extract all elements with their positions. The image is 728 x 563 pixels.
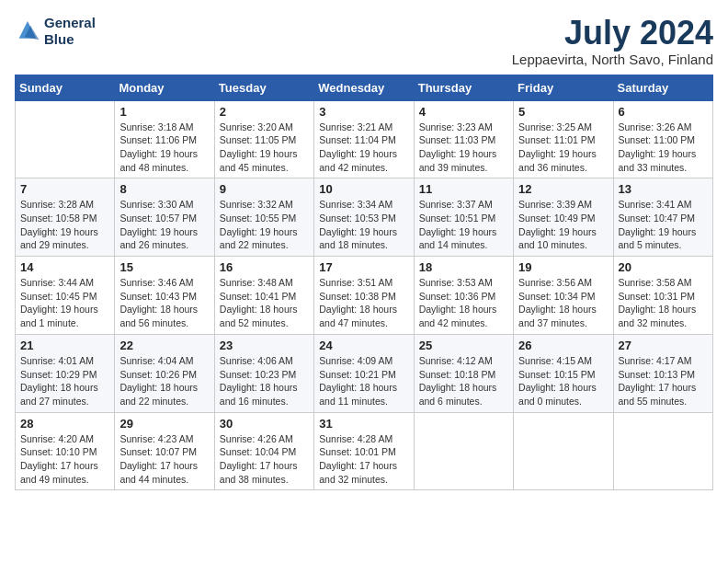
day-number: 6 bbox=[619, 105, 708, 119]
weekday-header-friday: Friday bbox=[514, 75, 613, 100]
month-title: July 2024 bbox=[512, 15, 713, 52]
calendar-cell: 28Sunrise: 4:20 AMSunset: 10:10 PMDaylig… bbox=[16, 412, 115, 490]
day-info: Sunrise: 4:23 AMSunset: 10:07 PMDaylight… bbox=[119, 432, 209, 487]
day-number: 22 bbox=[119, 339, 209, 352]
day-number: 15 bbox=[119, 260, 209, 274]
day-info: Sunrise: 3:20 AMSunset: 11:05 PMDaylight… bbox=[220, 121, 309, 175]
day-info: Sunrise: 3:34 AMSunset: 10:53 PMDaylight… bbox=[319, 198, 408, 252]
calendar-week-row: 14Sunrise: 3:44 AMSunset: 10:45 PMDaylig… bbox=[16, 257, 713, 335]
calendar-week-row: 21Sunrise: 4:01 AMSunset: 10:29 PMDaylig… bbox=[16, 334, 713, 412]
calendar-cell: 27Sunrise: 4:17 AMSunset: 10:13 PMDaylig… bbox=[613, 334, 712, 412]
day-info: Sunrise: 4:15 AMSunset: 10:15 PMDaylight… bbox=[518, 354, 608, 408]
calendar-cell: 26Sunrise: 4:15 AMSunset: 10:15 PMDaylig… bbox=[514, 334, 613, 412]
calendar-cell: 1Sunrise: 3:18 AMSunset: 11:06 PMDayligh… bbox=[115, 100, 214, 178]
calendar-week-row: 28Sunrise: 4:20 AMSunset: 10:10 PMDaylig… bbox=[16, 412, 713, 490]
day-info: Sunrise: 3:44 AMSunset: 10:45 PMDaylight… bbox=[20, 276, 109, 330]
calendar-cell bbox=[514, 412, 613, 490]
calendar-cell: 31Sunrise: 4:28 AMSunset: 10:01 PMDaylig… bbox=[314, 412, 414, 490]
day-number: 13 bbox=[619, 182, 708, 196]
day-number: 7 bbox=[20, 182, 109, 196]
calendar-cell: 8Sunrise: 3:30 AMSunset: 10:57 PMDayligh… bbox=[115, 178, 214, 257]
calendar-cell: 15Sunrise: 3:46 AMSunset: 10:43 PMDaylig… bbox=[115, 257, 214, 335]
calendar-cell: 3Sunrise: 3:21 AMSunset: 11:04 PMDayligh… bbox=[314, 100, 414, 178]
page-header: General Blue July 2024 Leppaevirta, Nort… bbox=[15, 15, 713, 67]
logo-icon bbox=[15, 18, 40, 44]
day-info: Sunrise: 3:28 AMSunset: 10:58 PMDaylight… bbox=[20, 198, 109, 252]
calendar-cell: 17Sunrise: 3:51 AMSunset: 10:38 PMDaylig… bbox=[314, 257, 414, 335]
day-number: 20 bbox=[619, 260, 708, 274]
day-number: 26 bbox=[518, 339, 608, 352]
title-block: July 2024 Leppaevirta, North Savo, Finla… bbox=[512, 15, 713, 67]
calendar-cell: 11Sunrise: 3:37 AMSunset: 10:51 PMDaylig… bbox=[414, 178, 513, 257]
calendar-cell: 14Sunrise: 3:44 AMSunset: 10:45 PMDaylig… bbox=[16, 257, 115, 335]
day-info: Sunrise: 4:04 AMSunset: 10:26 PMDaylight… bbox=[119, 354, 209, 408]
calendar-cell: 16Sunrise: 3:48 AMSunset: 10:41 PMDaylig… bbox=[214, 257, 313, 335]
day-number: 29 bbox=[119, 417, 209, 431]
weekday-header-monday: Monday bbox=[115, 75, 214, 100]
calendar-cell: 25Sunrise: 4:12 AMSunset: 10:18 PMDaylig… bbox=[414, 334, 513, 412]
calendar-cell: 22Sunrise: 4:04 AMSunset: 10:26 PMDaylig… bbox=[115, 334, 214, 412]
day-number: 30 bbox=[220, 417, 309, 431]
calendar-cell: 4Sunrise: 3:23 AMSunset: 11:03 PMDayligh… bbox=[414, 100, 513, 178]
weekday-header-thursday: Thursday bbox=[414, 75, 513, 100]
logo-text: General Blue bbox=[44, 15, 96, 48]
day-number: 1 bbox=[119, 105, 209, 119]
calendar-cell: 9Sunrise: 3:32 AMSunset: 10:55 PMDayligh… bbox=[214, 178, 313, 257]
calendar-cell: 12Sunrise: 3:39 AMSunset: 10:49 PMDaylig… bbox=[514, 178, 613, 257]
day-number: 19 bbox=[518, 260, 608, 274]
calendar-cell: 21Sunrise: 4:01 AMSunset: 10:29 PMDaylig… bbox=[16, 334, 115, 412]
calendar-week-row: 7Sunrise: 3:28 AMSunset: 10:58 PMDayligh… bbox=[16, 178, 713, 257]
location-title: Leppaevirta, North Savo, Finland bbox=[512, 52, 713, 67]
day-number: 18 bbox=[419, 260, 508, 274]
calendar-cell bbox=[16, 100, 115, 178]
calendar-cell: 2Sunrise: 3:20 AMSunset: 11:05 PMDayligh… bbox=[214, 100, 313, 178]
day-info: Sunrise: 3:51 AMSunset: 10:38 PMDaylight… bbox=[319, 276, 408, 330]
day-info: Sunrise: 4:28 AMSunset: 10:01 PMDaylight… bbox=[319, 432, 408, 487]
day-info: Sunrise: 3:41 AMSunset: 10:47 PMDaylight… bbox=[619, 198, 708, 252]
calendar-cell bbox=[414, 412, 513, 490]
day-number: 10 bbox=[319, 182, 408, 196]
day-number: 23 bbox=[220, 339, 309, 352]
day-number: 28 bbox=[20, 417, 109, 431]
day-number: 12 bbox=[518, 182, 608, 196]
calendar-cell: 5Sunrise: 3:25 AMSunset: 11:01 PMDayligh… bbox=[514, 100, 613, 178]
calendar-cell: 13Sunrise: 3:41 AMSunset: 10:47 PMDaylig… bbox=[613, 178, 712, 257]
calendar-cell: 23Sunrise: 4:06 AMSunset: 10:23 PMDaylig… bbox=[214, 334, 313, 412]
day-number: 2 bbox=[220, 105, 309, 119]
day-info: Sunrise: 4:20 AMSunset: 10:10 PMDaylight… bbox=[20, 432, 109, 487]
weekday-header-saturday: Saturday bbox=[613, 75, 712, 100]
calendar-cell: 7Sunrise: 3:28 AMSunset: 10:58 PMDayligh… bbox=[16, 178, 115, 257]
day-info: Sunrise: 3:37 AMSunset: 10:51 PMDaylight… bbox=[419, 198, 508, 252]
calendar-cell: 19Sunrise: 3:56 AMSunset: 10:34 PMDaylig… bbox=[514, 257, 613, 335]
day-info: Sunrise: 4:09 AMSunset: 10:21 PMDaylight… bbox=[319, 354, 408, 408]
calendar-cell: 6Sunrise: 3:26 AMSunset: 11:00 PMDayligh… bbox=[613, 100, 712, 178]
calendar-cell: 10Sunrise: 3:34 AMSunset: 10:53 PMDaylig… bbox=[314, 178, 414, 257]
day-info: Sunrise: 4:12 AMSunset: 10:18 PMDaylight… bbox=[419, 354, 508, 408]
calendar-cell: 20Sunrise: 3:58 AMSunset: 10:31 PMDaylig… bbox=[613, 257, 712, 335]
weekday-header-sunday: Sunday bbox=[16, 75, 115, 100]
day-info: Sunrise: 3:48 AMSunset: 10:41 PMDaylight… bbox=[220, 276, 309, 330]
day-info: Sunrise: 3:30 AMSunset: 10:57 PMDaylight… bbox=[119, 198, 209, 252]
logo: General Blue bbox=[15, 15, 96, 48]
day-number: 21 bbox=[20, 339, 109, 352]
day-number: 11 bbox=[419, 182, 508, 196]
weekday-header-tuesday: Tuesday bbox=[214, 75, 313, 100]
calendar-table: SundayMondayTuesdayWednesdayThursdayFrid… bbox=[15, 75, 713, 491]
day-info: Sunrise: 3:58 AMSunset: 10:31 PMDaylight… bbox=[619, 276, 708, 330]
day-number: 24 bbox=[319, 339, 408, 352]
day-info: Sunrise: 4:17 AMSunset: 10:13 PMDaylight… bbox=[619, 354, 708, 408]
calendar-cell: 29Sunrise: 4:23 AMSunset: 10:07 PMDaylig… bbox=[115, 412, 214, 490]
day-number: 9 bbox=[220, 182, 309, 196]
day-number: 3 bbox=[319, 105, 408, 119]
calendar-cell: 24Sunrise: 4:09 AMSunset: 10:21 PMDaylig… bbox=[314, 334, 414, 412]
day-info: Sunrise: 4:01 AMSunset: 10:29 PMDaylight… bbox=[20, 354, 109, 408]
day-number: 16 bbox=[220, 260, 309, 274]
day-number: 5 bbox=[518, 105, 608, 119]
day-info: Sunrise: 3:39 AMSunset: 10:49 PMDaylight… bbox=[518, 198, 608, 252]
weekday-header-wednesday: Wednesday bbox=[314, 75, 414, 100]
calendar-cell: 30Sunrise: 4:26 AMSunset: 10:04 PMDaylig… bbox=[214, 412, 313, 490]
calendar-cell bbox=[613, 412, 712, 490]
calendar-week-row: 1Sunrise: 3:18 AMSunset: 11:06 PMDayligh… bbox=[16, 100, 713, 178]
day-info: Sunrise: 3:18 AMSunset: 11:06 PMDaylight… bbox=[119, 121, 209, 175]
calendar-cell: 18Sunrise: 3:53 AMSunset: 10:36 PMDaylig… bbox=[414, 257, 513, 335]
